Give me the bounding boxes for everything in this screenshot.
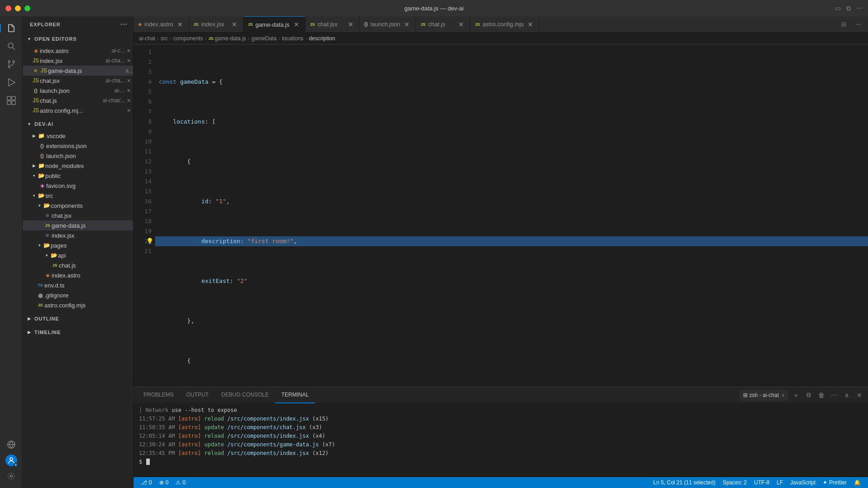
terminal-split-icon[interactable]: ⧉ [804, 390, 814, 400]
breadcrumb-gamedata[interactable]: gameData [252, 35, 277, 42]
layout-icon[interactable]: ⧉ [846, 5, 851, 12]
account-avatar[interactable]: 1 [5, 455, 17, 466]
status-branch[interactable]: ⎇ 0 [137, 477, 156, 488]
status-spaces[interactable]: Spaces: 2 [719, 477, 750, 488]
remote-activity-icon[interactable] [3, 436, 19, 453]
tree-components-folder[interactable]: ▾ 📂 components [23, 201, 133, 211]
status-encoding[interactable]: UTF-8 [750, 477, 773, 488]
tree-launch-json[interactable]: {} launch.json [23, 151, 133, 161]
run-activity-icon[interactable] [3, 74, 19, 91]
tab-close-icon[interactable]: ✕ [526, 20, 534, 29]
terminal-tab-output[interactable]: OUTPUT [180, 387, 215, 403]
terminal-trash-icon[interactable]: 🗑 [816, 390, 826, 400]
tab-chat-js[interactable]: JS chat.js ✕ [416, 16, 470, 32]
settings-activity-icon[interactable] [3, 468, 19, 484]
terminal-maximize-icon[interactable]: ∧ [842, 390, 852, 400]
tab-close-icon[interactable]: ✕ [230, 20, 238, 29]
open-editor-index-astro[interactable]: ◈ index.astro ai-c... ✕ [23, 46, 133, 56]
split-icon[interactable]: ⋯ [856, 5, 863, 12]
source-control-activity-icon[interactable] [3, 56, 19, 72]
breadcrumb-locations[interactable]: locations [282, 35, 303, 42]
close-editor-icon[interactable]: ✕ [125, 57, 132, 64]
breadcrumb-src[interactable]: src [161, 35, 168, 42]
terminal-session-label[interactable]: ⊞ zsh - ai-chat ∨ [739, 390, 788, 401]
tree-pages-folder[interactable]: ▾ 📂 pages [23, 240, 133, 250]
status-cursor-position[interactable]: Ln 5, Col 21 (11 selected) [649, 477, 719, 488]
open-editors-section[interactable]: ▾ OPEN EDITORS [23, 32, 133, 46]
tree-game-data-js[interactable]: JS game-data.js [23, 220, 133, 230]
terminal-close-icon[interactable]: ✕ [854, 390, 864, 400]
breadcrumb-description[interactable]: description [309, 35, 335, 42]
explorer-header[interactable]: EXPLORER ⋯ [23, 16, 133, 32]
tab-close-icon[interactable]: ✕ [347, 20, 355, 29]
tree-extensions-json[interactable]: {} extensions.json [23, 141, 133, 151]
extensions-activity-icon[interactable] [3, 92, 19, 109]
close-editor-icon[interactable]: ✕ [125, 77, 132, 84]
tab-astro-config[interactable]: JS astro.config.mjs ✕ [470, 16, 539, 32]
tab-chat-jsx[interactable]: JS chat.jsx ✕ [305, 16, 360, 32]
tree-src-folder[interactable]: ▾ 📂 src [23, 191, 133, 201]
close-button[interactable] [5, 5, 11, 11]
tree-astro-config[interactable]: JS astro.config.mjs [23, 300, 133, 310]
tree-index-astro[interactable]: ◈ index.astro [23, 270, 133, 280]
open-editor-chat-js[interactable]: JS chat.js ai-chat/... ✕ [23, 96, 133, 105]
code-content[interactable]: const gameData = { locations: [ { id: "1… [155, 44, 868, 387]
terminal-content[interactable]: │ Network use --host to expose 11:57:25 … [134, 403, 868, 477]
explorer-activity-icon[interactable] [3, 20, 19, 36]
explorer-menu-icon[interactable]: ⋯ [120, 20, 128, 29]
sidebar-toggle-icon[interactable]: ▭ [835, 5, 841, 12]
tree-public-folder[interactable]: ▾ 📂 public [23, 171, 133, 181]
open-editor-game-data-js[interactable]: ✕ JS game-data.js a... [23, 66, 133, 76]
outline-section[interactable]: ▶ OUTLINE [23, 312, 133, 325]
terminal-tab-terminal[interactable]: TERMINAL [275, 387, 315, 403]
react-file-icon2: ⚛ [43, 231, 52, 239]
timeline-section[interactable]: ▶ TIMELINE [23, 325, 133, 339]
terminal-add-icon[interactable]: + [791, 390, 801, 400]
tree-favicon-svg[interactable]: ◈ favicon.svg [23, 181, 133, 191]
tree-chat-jsx[interactable]: ⚛ chat.jsx [23, 211, 133, 220]
status-line-ending[interactable]: LF [773, 477, 787, 488]
close-modified-icon[interactable]: ✕ [32, 67, 39, 74]
close-editor-icon[interactable]: ✕ [125, 87, 132, 94]
breadcrumb-ai-chat[interactable]: ai-chat [139, 35, 155, 42]
search-activity-icon[interactable] [3, 38, 19, 54]
more-actions-icon[interactable]: ⋯ [852, 18, 864, 31]
tree-env-dts[interactable]: TS env.d.ts [23, 280, 133, 290]
status-notifications[interactable]: 🔔 [850, 477, 864, 488]
tab-close-icon[interactable]: ✕ [457, 20, 465, 29]
status-errors[interactable]: ⊗ 0 [156, 477, 172, 488]
open-editor-astro-config[interactable]: JS astro.config.mj... ✕ [23, 105, 133, 115]
tab-index-astro[interactable]: ◈ index.astro ✕ [134, 16, 189, 32]
tree-index-jsx[interactable]: ⚛ index.jsx [23, 230, 133, 240]
status-language[interactable]: JavaScript [787, 477, 819, 488]
close-editor-icon[interactable]: ✕ [125, 107, 132, 114]
open-editor-chat-jsx[interactable]: JS chat.jsx ai-cha... ✕ [23, 76, 133, 86]
tab-close-icon[interactable]: ✕ [176, 20, 184, 29]
tab-game-data-js[interactable]: JS game-data.js ✕ [243, 16, 305, 32]
breadcrumb-game-data-js[interactable]: JS game-data.js [208, 35, 246, 42]
tree-api-chat-js[interactable]: JS chat.js [23, 260, 133, 270]
breadcrumb-components[interactable]: components [173, 35, 203, 42]
close-editor-icon[interactable]: ✕ [125, 97, 132, 104]
minimize-button[interactable] [15, 5, 21, 11]
open-editor-launch-json[interactable]: {} launch.json ai-... ✕ [23, 86, 133, 96]
tab-index-jsx[interactable]: JS index.jsx ✕ [189, 16, 243, 32]
tree-node-modules[interactable]: ▶ 📁 node_modules [23, 161, 133, 171]
open-editor-index-jsx[interactable]: JS index.jsx ai-cha... ✕ [23, 56, 133, 66]
status-warnings[interactable]: ⚠ 0 [172, 477, 189, 488]
tab-launch-json[interactable]: {} launch.json ✕ [360, 16, 416, 32]
terminal-more-icon[interactable]: ⋯ [829, 390, 839, 400]
close-editor-icon[interactable]: ✕ [125, 47, 132, 54]
tree-gitignore[interactable]: ⬤ .gitignore [23, 290, 133, 300]
maximize-button[interactable] [24, 5, 30, 11]
split-editor-icon[interactable]: ⊟ [837, 18, 850, 31]
tree-api-folder[interactable]: ▾ 📂 api [23, 250, 133, 260]
status-prettier[interactable]: ✦ Prettier [819, 477, 850, 488]
terminal-tab-debug-console[interactable]: DEBUG CONSOLE [215, 387, 275, 403]
tab-close-icon[interactable]: ✕ [403, 20, 411, 29]
code-editor[interactable]: 1 2 3 4 5 6 7 8 9 10 11 12 13 14 15 16 1… [134, 44, 868, 387]
tab-close-icon[interactable]: ✕ [292, 20, 300, 29]
terminal-tab-problems[interactable]: PROBLEMS [137, 387, 180, 403]
tree-vscode-folder[interactable]: ▶ 📁 .vscode [23, 131, 133, 141]
dev-ai-section[interactable]: ▾ DEV-AI [23, 117, 133, 131]
